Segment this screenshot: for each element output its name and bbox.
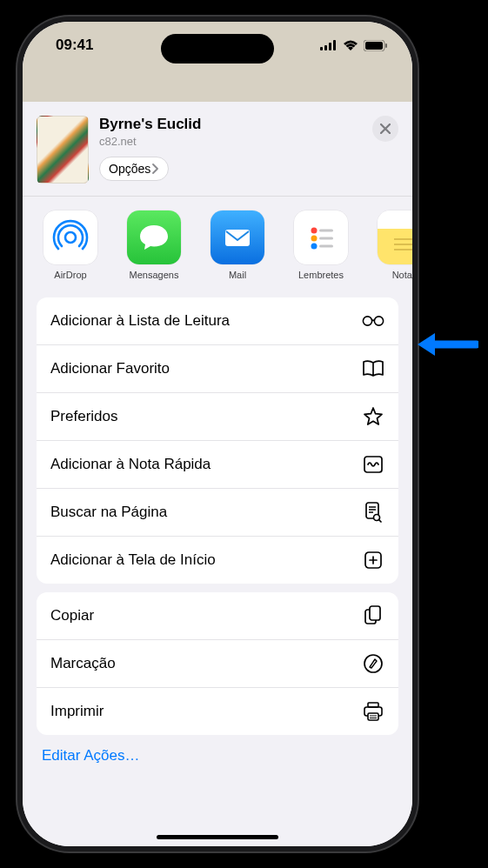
svg-rect-8 (225, 230, 250, 246)
page-thumbnail (37, 116, 89, 184)
options-button[interactable]: Opções (99, 157, 169, 181)
callout-arrow (416, 329, 478, 360)
svg-point-18 (363, 317, 371, 325)
share-sheet: Byrne's Euclid c82.net Opções (23, 102, 412, 846)
edit-actions-link[interactable]: Editar Ações… (23, 735, 412, 777)
share-app-messages[interactable]: Mensagens (120, 210, 188, 280)
action-group-2: Copiar Marcação Imprimir (37, 592, 398, 735)
dynamic-island (161, 34, 274, 63)
mail-icon (220, 220, 255, 255)
app-share-row[interactable]: AirDrop Mensagens Mail (23, 197, 412, 289)
svg-point-19 (374, 317, 383, 325)
page-backdrop (23, 69, 412, 102)
svg-rect-31 (370, 606, 380, 620)
sheet-header: Byrne's Euclid c82.net Opções (23, 102, 412, 197)
app-label: AirDrop (54, 270, 86, 280)
printer-icon (362, 700, 384, 723)
action-label: Preferidos (50, 408, 117, 425)
action-label: Buscar na Página (50, 504, 167, 521)
svg-point-11 (311, 236, 318, 242)
action-copy[interactable]: Copiar (37, 592, 398, 640)
action-print[interactable]: Imprimir (37, 688, 398, 735)
doc-search-icon (362, 501, 384, 524)
svg-rect-3 (333, 40, 336, 50)
app-label: Mensagens (130, 270, 179, 280)
reminders-icon (304, 220, 338, 255)
action-label: Adicionar à Lista de Leitura (50, 312, 230, 330)
action-label: Adicionar à Tela de Início (50, 551, 216, 569)
svg-point-9 (311, 228, 318, 234)
svg-line-26 (379, 520, 382, 523)
svg-rect-0 (320, 47, 323, 50)
svg-rect-35 (368, 713, 378, 720)
wifi-icon (343, 40, 358, 50)
markup-icon (362, 652, 384, 675)
action-add-bookmark[interactable]: Adicionar Favorito (37, 345, 398, 393)
svg-rect-5 (365, 42, 383, 50)
airdrop-icon (51, 218, 90, 257)
action-add-reading-list[interactable]: Adicionar à Lista de Leitura (37, 297, 398, 345)
share-app-reminders[interactable]: Lembretes (287, 210, 355, 280)
status-time: 09:41 (56, 37, 93, 54)
svg-rect-10 (319, 230, 333, 232)
plus-square-icon (362, 549, 384, 571)
book-open-icon (362, 357, 384, 380)
sheet-header-text: Byrne's Euclid c82.net Opções (99, 116, 362, 181)
home-indicator[interactable] (157, 835, 278, 839)
close-icon (380, 124, 391, 134)
share-app-airdrop[interactable]: AirDrop (37, 210, 104, 280)
options-label: Opções (109, 162, 150, 176)
notes-icon (387, 220, 412, 255)
action-label: Adicionar Favorito (50, 360, 170, 377)
svg-rect-1 (324, 45, 327, 50)
share-app-notes[interactable]: Notas (371, 210, 412, 280)
svg-rect-14 (319, 245, 333, 248)
doc-on-doc-icon (362, 604, 384, 627)
phone-screen: 09:41 Byrne's Euclid c82.net Opções (23, 22, 412, 846)
action-group-1: Adicionar à Lista de Leitura Adicionar F… (37, 297, 398, 584)
app-label: Mail (229, 270, 246, 280)
action-markup[interactable]: Marcação (37, 640, 398, 688)
quicknote-icon (362, 453, 384, 476)
action-label: Imprimir (50, 703, 104, 720)
phone-frame: 09:41 Byrne's Euclid c82.net Opções (17, 17, 418, 851)
svg-point-32 (364, 655, 382, 672)
messages-icon (137, 220, 171, 255)
action-favorites[interactable]: Preferidos (37, 393, 398, 441)
star-icon (362, 405, 384, 428)
cellular-icon (320, 40, 338, 50)
share-app-mail[interactable]: Mail (204, 210, 271, 280)
chevron-right-icon (152, 164, 159, 174)
app-label: Lembretes (298, 270, 344, 280)
close-button[interactable] (372, 116, 398, 142)
svg-point-7 (65, 232, 76, 243)
page-subtitle: c82.net (99, 135, 362, 148)
page-title: Byrne's Euclid (99, 116, 362, 133)
status-indicators (320, 40, 388, 51)
action-quick-note[interactable]: Adicionar à Nota Rápida (37, 441, 398, 489)
battery-icon (364, 40, 388, 51)
action-add-home-screen[interactable]: Adicionar à Tela de Início (37, 537, 398, 584)
action-label: Adicionar à Nota Rápida (50, 456, 211, 473)
svg-point-13 (311, 244, 318, 250)
edit-actions-label: Editar Ações… (42, 747, 139, 764)
action-label: Marcação (50, 655, 116, 672)
glasses-icon (362, 310, 384, 332)
action-label: Copiar (50, 607, 94, 624)
svg-rect-2 (329, 43, 331, 50)
app-label: Notas (392, 270, 412, 280)
svg-rect-20 (364, 457, 382, 472)
action-find-on-page[interactable]: Buscar na Página (37, 489, 398, 537)
svg-rect-6 (385, 43, 387, 48)
svg-rect-12 (319, 237, 333, 240)
